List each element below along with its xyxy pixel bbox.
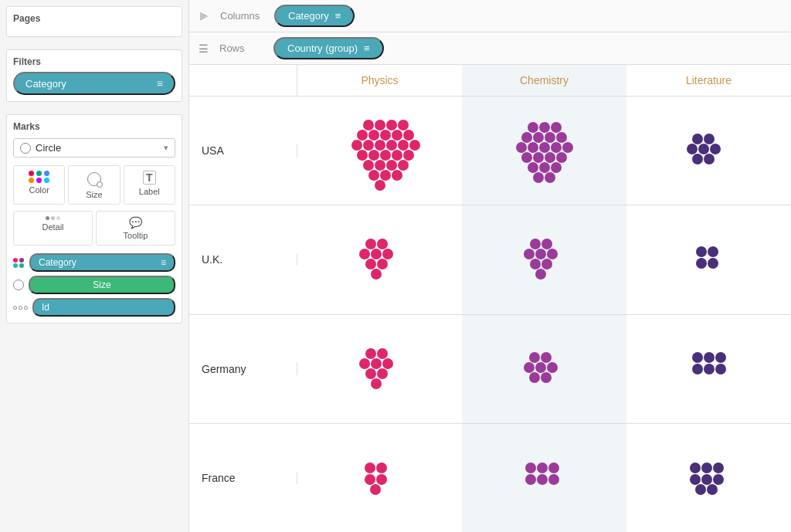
svg-point-5	[368, 130, 379, 141]
label-label: Label	[139, 187, 160, 196]
svg-point-83	[371, 378, 382, 389]
marks-category-row: Category ≡	[13, 253, 175, 272]
label-button[interactable]: T Label	[124, 165, 175, 205]
svg-point-10	[363, 140, 374, 151]
svg-point-71	[535, 269, 546, 280]
svg-point-85	[541, 352, 552, 363]
main-area: ⫸ Columns Category ≡ ☰ Rows Country (gro…	[189, 0, 791, 532]
svg-point-33	[545, 132, 555, 143]
columns-category-pill[interactable]: Category ≡	[274, 5, 355, 27]
svg-point-84	[529, 352, 540, 363]
svg-point-30	[551, 122, 562, 133]
svg-point-88	[547, 362, 558, 373]
col-header-literature: Literature	[626, 65, 791, 96]
svg-point-47	[533, 172, 544, 183]
marks-id-pill[interactable]: Id	[32, 298, 175, 317]
svg-point-95	[704, 364, 715, 374]
svg-point-66	[524, 249, 535, 259]
marks-id-label: Id	[42, 302, 49, 313]
svg-point-86	[524, 362, 535, 373]
rows-icon: ☰	[199, 42, 209, 55]
rows-country-pill[interactable]: Country (group) ≡	[273, 37, 384, 59]
usa-cells	[297, 97, 791, 205]
svg-point-38	[551, 142, 562, 153]
svg-point-62	[377, 259, 388, 269]
filters-title: Filters	[13, 56, 175, 67]
svg-point-59	[371, 249, 382, 259]
filters-category-icon: ≡	[157, 77, 163, 90]
svg-point-27	[375, 180, 385, 191]
france-literature-bubbles	[684, 456, 734, 499]
svg-point-37	[539, 142, 550, 153]
germany-literature-bubbles	[686, 346, 732, 392]
svg-point-34	[556, 132, 567, 143]
marks-category-pill[interactable]: Category ≡	[29, 253, 175, 272]
france-literature-cell	[626, 424, 791, 532]
svg-point-78	[359, 358, 370, 369]
svg-point-104	[548, 463, 559, 473]
marks-category-icon: ≡	[161, 257, 166, 268]
uk-literature-bubbles	[690, 240, 728, 279]
svg-point-40	[521, 152, 532, 163]
columns-label: Columns	[220, 10, 266, 22]
france-chemistry-cell	[462, 424, 626, 532]
svg-point-45	[539, 162, 550, 173]
svg-point-107	[548, 474, 559, 485]
marks-type-dropdown[interactable]: Circle ▾	[13, 138, 175, 158]
pages-section: Pages	[6, 6, 182, 37]
svg-point-14	[409, 140, 420, 151]
id-pill-icon	[13, 306, 28, 310]
usa-physics-bubbles	[338, 108, 423, 193]
svg-point-16	[368, 150, 379, 161]
svg-point-12	[386, 140, 397, 151]
chart-body: USA	[189, 97, 791, 532]
size-button[interactable]: Size	[68, 165, 120, 205]
marks-size-row: Size	[13, 276, 175, 294]
svg-point-55	[704, 154, 715, 164]
svg-point-0	[363, 120, 374, 130]
svg-point-76	[365, 348, 376, 359]
svg-point-6	[380, 130, 391, 141]
color-button[interactable]: Color	[13, 165, 65, 205]
svg-point-54	[692, 154, 703, 164]
size-icon	[86, 171, 103, 188]
marks-title: Marks	[13, 121, 175, 132]
svg-point-74	[696, 258, 707, 269]
toolbar-rows-row: ☰ Rows Country (group) ≡	[189, 32, 791, 64]
svg-point-20	[363, 160, 374, 171]
filters-category-pill[interactable]: Category ≡	[13, 72, 175, 95]
filters-section: Filters Category ≡	[6, 49, 182, 102]
svg-point-79	[371, 358, 382, 369]
svg-point-61	[365, 259, 376, 269]
svg-point-53	[710, 144, 721, 154]
svg-point-18	[392, 150, 402, 161]
uk-cells	[297, 205, 791, 313]
header-spacer	[189, 65, 297, 96]
chart-area: Physics Chemistry Literature USA	[189, 65, 791, 532]
col-header-physics: Physics	[297, 65, 462, 96]
svg-point-65	[541, 239, 552, 249]
svg-point-4	[357, 130, 368, 141]
marks-size-pill[interactable]: Size	[29, 276, 175, 294]
svg-point-114	[695, 484, 706, 495]
svg-point-52	[698, 144, 709, 154]
table-row: Germany	[189, 315, 791, 424]
svg-point-26	[392, 170, 402, 181]
svg-point-48	[545, 172, 555, 183]
svg-point-100	[376, 474, 387, 485]
svg-point-81	[365, 368, 376, 379]
svg-point-75	[708, 258, 718, 269]
svg-point-109	[701, 463, 712, 473]
detail-button[interactable]: Detail	[13, 211, 93, 246]
svg-point-99	[365, 474, 375, 485]
svg-point-96	[715, 364, 726, 374]
table-row: France	[189, 424, 791, 532]
svg-point-41	[533, 152, 544, 163]
tooltip-button[interactable]: 💬 Tooltip	[96, 211, 175, 246]
svg-point-94	[692, 364, 703, 374]
svg-point-106	[537, 474, 548, 485]
svg-point-25	[380, 170, 391, 181]
marks-id-row: Id	[13, 298, 175, 317]
france-chemistry-bubbles	[519, 456, 569, 499]
label-icon: T	[143, 171, 156, 185]
